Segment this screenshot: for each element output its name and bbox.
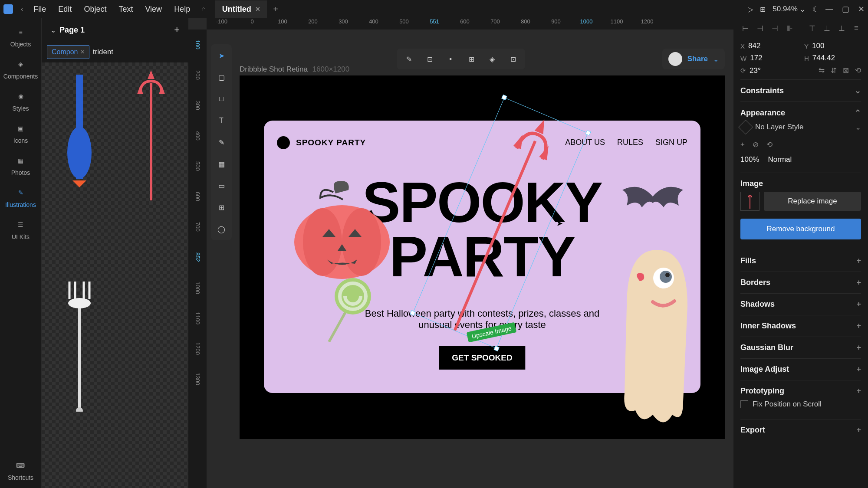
rail-styles[interactable]: ◉Styles — [12, 90, 29, 112]
flip-v-icon[interactable]: ⇵ — [831, 66, 837, 75]
h-input[interactable]: 744.42 — [812, 54, 835, 62]
align-center-v-icon[interactable]: ⊥ — [822, 23, 832, 33]
artboard[interactable]: SPOOKY PARTY ABOUT US RULES SIGN UP SPOO… — [240, 75, 725, 439]
x-input[interactable]: 842 — [748, 42, 760, 50]
user-avatar[interactable] — [668, 52, 682, 66]
edit-icon[interactable]: ✎ — [403, 53, 415, 65]
align-icon[interactable]: ◈ — [486, 53, 498, 65]
checkbox-icon[interactable] — [740, 400, 748, 408]
zoom-dropdown[interactable]: 50.94% ⌄ — [773, 5, 806, 14]
flip-h-icon[interactable]: ⇋ — [819, 66, 825, 75]
add-icon[interactable]: + — [856, 343, 861, 352]
document-tab[interactable]: Untitled × — [215, 0, 267, 18]
theme-toggle-icon[interactable]: ☾ — [812, 5, 819, 13]
y-input[interactable]: 100 — [812, 42, 824, 50]
rail-components[interactable]: ◈Components — [3, 58, 38, 80]
layer-style-row[interactable]: No Layer Style ⌄ — [740, 118, 861, 137]
line-tool[interactable]: ▭ — [214, 179, 228, 193]
shadows-section[interactable]: Shadows+ — [740, 300, 861, 309]
rail-photos[interactable]: ▦Photos — [11, 154, 30, 176]
add-icon[interactable]: + — [856, 386, 861, 396]
align-right-icon[interactable]: ⊣ — [770, 23, 779, 33]
chevron-down-icon[interactable]: ⌄ — [713, 55, 719, 63]
prototyping-section[interactable]: Prototyping+ — [740, 386, 861, 396]
search-input[interactable]: trident — [93, 48, 113, 56]
menu-help[interactable]: Help — [169, 2, 195, 16]
inner-shadows-section[interactable]: Inner Shadows+ — [740, 321, 861, 331]
tab-close-icon[interactable]: × — [256, 5, 260, 14]
chip-remove-icon[interactable]: × — [80, 48, 84, 56]
asset-item[interactable] — [117, 277, 185, 416]
add-icon[interactable]: + — [856, 321, 861, 331]
opacity-input[interactable]: 100% — [740, 155, 759, 164]
crop-icon[interactable]: ⊡ — [424, 53, 436, 65]
reset-icon[interactable]: ⟲ — [855, 66, 861, 75]
w-input[interactable]: 172 — [750, 54, 762, 62]
add-icon[interactable]: + — [856, 365, 861, 374]
chevron-down-icon[interactable]: ⌄ — [50, 26, 56, 34]
maximize-icon[interactable]: ▢ — [842, 4, 849, 14]
menu-object[interactable]: Object — [79, 2, 112, 16]
add-icon[interactable]: + — [856, 300, 861, 309]
align-left-icon[interactable]: ⊢ — [740, 23, 750, 33]
canvas-area[interactable]: -100 0 100 200 300 400 500 551 600 700 8… — [188, 18, 733, 488]
color-icon[interactable]: ▪ — [444, 53, 457, 65]
app-logo[interactable] — [3, 4, 13, 14]
remove-background-button[interactable]: Remove background — [740, 219, 861, 239]
lock-aspect-icon[interactable]: ⊠ — [843, 66, 849, 75]
distribute-h-icon[interactable]: ⊪ — [785, 23, 794, 33]
minimize-icon[interactable]: — — [825, 4, 833, 14]
share-button[interactable]: Share — [687, 55, 708, 63]
distribute-v-icon[interactable]: ≡ — [852, 23, 861, 33]
comment-tool[interactable]: ◯ — [214, 222, 228, 236]
menu-view[interactable]: View — [140, 2, 167, 16]
image-thumbnail[interactable] — [740, 192, 760, 211]
align-top-icon[interactable]: ⊤ — [807, 23, 817, 33]
select-tool[interactable]: ➤ — [214, 49, 228, 62]
play-icon[interactable]: ▷ — [748, 5, 753, 13]
rotation-input[interactable]: 23° — [750, 66, 761, 75]
page-title[interactable]: Page 1 — [59, 26, 171, 35]
rail-objects[interactable]: ≡Objects — [10, 26, 31, 48]
nav-back-icon[interactable]: ‹ — [17, 3, 26, 15]
menu-text[interactable]: Text — [113, 2, 138, 16]
add-icon[interactable]: + — [856, 256, 861, 265]
fills-section[interactable]: Fills+ — [740, 256, 861, 265]
image-adjust-section[interactable]: Image Adjust+ — [740, 365, 861, 374]
blend-mode-dropdown[interactable]: Normal — [768, 155, 792, 164]
refresh-icon[interactable]: ⟲ — [766, 140, 773, 149]
export-section[interactable]: Export+ — [740, 426, 861, 435]
close-icon[interactable]: ✕ — [858, 4, 865, 14]
fix-position-row[interactable]: Fix Position on Scroll — [740, 396, 861, 413]
text-tool[interactable]: T — [214, 114, 228, 128]
image-tool[interactable]: ▦ — [214, 157, 228, 171]
component-tool[interactable]: ⊞ — [214, 200, 228, 214]
home-icon[interactable]: ⌂ — [197, 3, 210, 15]
menu-file[interactable]: File — [28, 2, 51, 16]
pen-tool[interactable]: ✎ — [214, 135, 228, 149]
borders-section[interactable]: Borders+ — [740, 278, 861, 287]
add-icon[interactable]: + — [856, 278, 861, 287]
grid-icon[interactable]: ⊞ — [760, 5, 766, 13]
asset-item[interactable] — [45, 66, 113, 205]
replace-image-button[interactable]: Replace image — [764, 192, 861, 211]
rail-icons[interactable]: ▣Icons — [13, 122, 28, 144]
frame-label[interactable]: Dribbble Shot Retina 1600×1200 — [240, 65, 349, 74]
frame-tool[interactable]: ▢ — [214, 70, 228, 84]
add-page-button[interactable]: + — [174, 24, 180, 36]
align-bottom-icon[interactable]: ⊥ — [837, 23, 846, 33]
group-icon[interactable]: ⊞ — [465, 53, 477, 65]
asset-item[interactable] — [45, 277, 113, 416]
constraints-section[interactable]: Constraints ⌄ — [740, 86, 861, 95]
rectangle-tool[interactable]: □ — [214, 92, 228, 106]
gaussian-blur-section[interactable]: Gaussian Blur+ — [740, 343, 861, 352]
align-center-h-icon[interactable]: ⊣ — [755, 23, 765, 33]
search-filter-chip[interactable]: Compon × — [47, 45, 89, 59]
menu-edit[interactable]: Edit — [53, 2, 77, 16]
rail-illustrations[interactable]: ✎Illustrations — [5, 187, 36, 208]
check-icon[interactable]: ⊘ — [753, 140, 759, 149]
appearance-section[interactable]: Appearance ⌃ — [740, 108, 861, 118]
rail-shortcuts[interactable]: ⌨Shortcuts — [8, 459, 33, 481]
asset-item[interactable] — [117, 66, 185, 205]
rail-uikits[interactable]: ☰UI Kits — [12, 219, 30, 240]
